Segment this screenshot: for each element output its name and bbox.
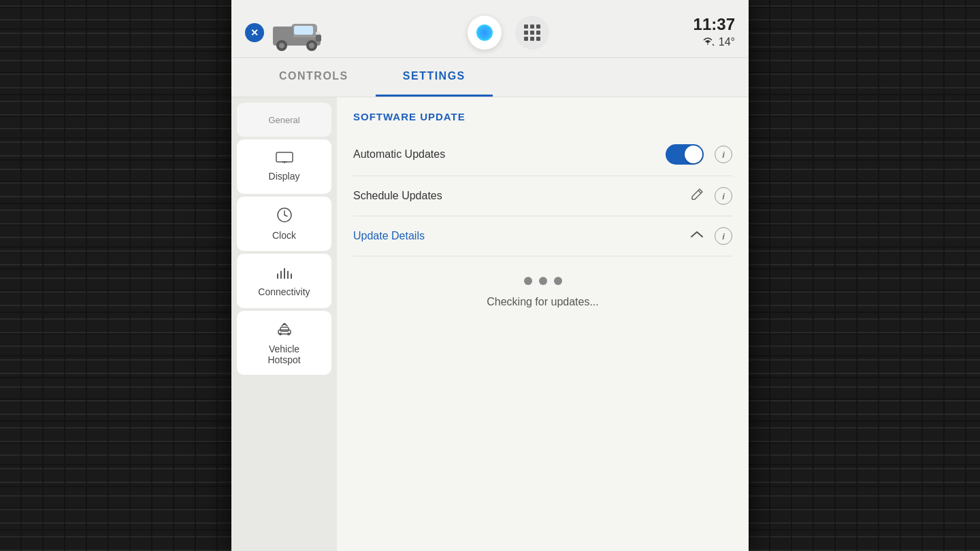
toggle-knob: [685, 146, 702, 163]
sidebar-item-hotspot-label: Vehicle Hotspot: [267, 344, 300, 365]
svg-rect-8: [316, 35, 321, 41]
automatic-updates-row: Automatic Updates i: [353, 133, 732, 176]
time-display: 11:37: [693, 16, 735, 33]
main-screen: ✕: [231, 0, 749, 551]
loading-dot-1: [524, 277, 532, 285]
right-grille: [749, 0, 980, 551]
svg-rect-2: [294, 26, 313, 35]
schedule-updates-row: Schedule Updates i: [353, 176, 732, 216]
loading-dot-2: [539, 277, 547, 285]
update-details-row: Update Details i: [353, 216, 732, 256]
automatic-updates-info[interactable]: i: [715, 146, 732, 163]
svg-line-27: [698, 190, 701, 193]
schedule-updates-info[interactable]: i: [715, 187, 732, 205]
header-center: [468, 16, 549, 50]
svg-rect-3: [273, 27, 293, 37]
svg-point-25: [287, 333, 290, 335]
connectivity-icon: [275, 265, 294, 282]
sidebar-item-connectivity[interactable]: Connectivity: [237, 254, 331, 308]
sidebar-item-clock-label: Clock: [272, 230, 296, 241]
tab-bar: CONTROLS SETTINGS: [231, 58, 749, 97]
header-right: 11:37 14°: [693, 16, 735, 49]
left-grille: [0, 0, 231, 551]
sidebar-item-vehicle-hotspot[interactable]: Vehicle Hotspot: [237, 311, 331, 375]
svg-line-16: [284, 215, 287, 216]
automatic-updates-toggle[interactable]: [666, 144, 704, 165]
update-details-actions: i: [690, 227, 732, 245]
apps-button[interactable]: [515, 16, 549, 50]
content-area: General Display: [231, 97, 749, 551]
status-row: 14°: [693, 35, 735, 49]
sidebar: General Display: [231, 97, 337, 551]
svg-rect-11: [276, 152, 293, 162]
apps-grid-icon: [524, 24, 540, 41]
close-button[interactable]: ✕: [245, 23, 264, 42]
sidebar-item-display[interactable]: Display: [237, 139, 331, 194]
tab-settings[interactable]: SETTINGS: [376, 58, 493, 97]
section-title: SOFTWARE UPDATE: [353, 111, 732, 122]
schedule-updates-label: Schedule Updates: [353, 190, 442, 202]
wifi-icon: [701, 35, 715, 49]
schedule-updates-actions: i: [690, 187, 732, 205]
checking-text: Checking for updates...: [487, 296, 599, 308]
update-details-label: Update Details: [353, 230, 425, 242]
loading-dot-3: [554, 277, 562, 285]
clock-icon: [276, 207, 293, 226]
loading-dots: [524, 277, 562, 285]
automatic-updates-actions: i: [666, 144, 732, 165]
display-icon: [276, 152, 293, 167]
update-details-chevron[interactable]: [690, 230, 704, 242]
svg-point-26: [284, 323, 285, 324]
automatic-updates-label: Automatic Updates: [353, 148, 445, 161]
svg-point-5: [279, 43, 284, 48]
tab-controls[interactable]: CONTROLS: [252, 58, 376, 97]
temperature-display: 14°: [719, 36, 735, 48]
sidebar-item-display-label: Display: [269, 171, 300, 182]
update-details-info[interactable]: i: [715, 227, 732, 245]
header: ✕: [231, 0, 749, 58]
main-panel: SOFTWARE UPDATE Automatic Updates i Sche…: [337, 97, 749, 551]
sidebar-item-general-label: General: [268, 115, 299, 125]
checking-area: Checking for updates...: [353, 256, 732, 322]
hotspot-icon: [274, 320, 295, 339]
svg-point-24: [279, 333, 282, 335]
sidebar-item-connectivity-label: Connectivity: [258, 286, 310, 297]
vehicle-icon: [270, 14, 324, 52]
svg-point-7: [309, 43, 314, 48]
sidebar-item-clock[interactable]: Clock: [237, 197, 331, 251]
svg-line-10: [713, 44, 714, 46]
alexa-button[interactable]: [468, 16, 502, 50]
schedule-edit-icon[interactable]: [690, 188, 704, 205]
alexa-icon: [476, 24, 493, 41]
header-left: ✕: [245, 14, 324, 52]
svg-rect-9: [316, 32, 320, 35]
svg-rect-23: [280, 327, 289, 331]
sidebar-item-general[interactable]: General: [237, 103, 331, 137]
